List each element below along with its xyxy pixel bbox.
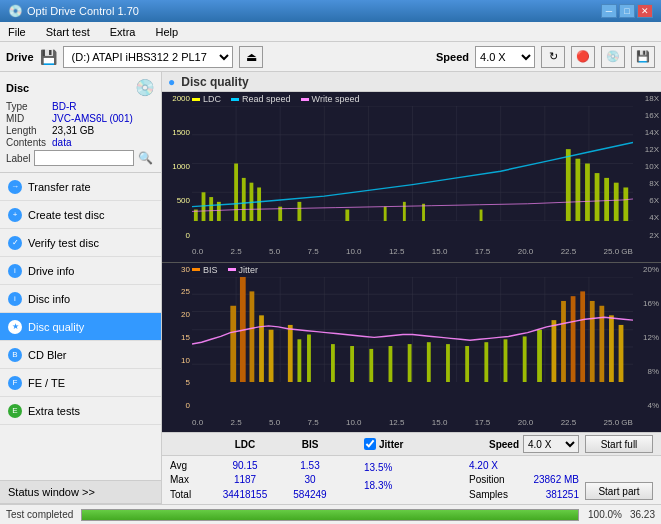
progress-bar-wrap	[81, 509, 579, 521]
svg-rect-63	[389, 346, 393, 382]
y-top-r-12x: 12X	[635, 145, 659, 154]
x-bot-200: 20.0	[518, 418, 534, 427]
speed-stat-dropdown[interactable]: 4.0 X	[523, 435, 579, 453]
x-bot-50: 5.0	[269, 418, 280, 427]
y-bot-25: 25	[164, 287, 190, 296]
svg-rect-70	[523, 336, 527, 382]
x-top-250: 25.0 GB	[604, 247, 633, 256]
y-top-1000: 1000	[164, 162, 190, 171]
app-title: Opti Drive Control 1.70	[27, 5, 139, 17]
eject-button[interactable]: ⏏	[239, 46, 263, 68]
label-row: Label 🔍	[6, 150, 155, 166]
speed-select[interactable]: 4.0 X 2.0 X 8.0 X	[475, 46, 535, 68]
menu-extra[interactable]: Extra	[106, 24, 140, 40]
fe-te-icon: F	[8, 376, 22, 390]
sidebar-item-extra-tests[interactable]: E Extra tests	[0, 397, 161, 425]
menu-start-test[interactable]: Start test	[42, 24, 94, 40]
disc-info-icon: i	[8, 292, 22, 306]
titlebar: 💿 Opti Drive Control 1.70 ─ □ ✕	[0, 0, 661, 22]
max-jitter: 18.3%	[364, 480, 429, 491]
x-bot-100: 10.0	[346, 418, 362, 427]
bis-color	[192, 268, 200, 271]
svg-rect-35	[623, 187, 628, 221]
y-bot-0: 0	[164, 401, 190, 410]
menu-help[interactable]: Help	[151, 24, 182, 40]
y-bot-r-8: 8%	[635, 367, 659, 376]
chart-top-svg	[192, 106, 633, 221]
svg-rect-26	[403, 202, 406, 221]
read-speed-label: Read speed	[242, 94, 291, 104]
sidebar-item-create-test-disc[interactable]: + Create test disc	[0, 201, 161, 229]
status-window-button[interactable]: Status window >>	[0, 480, 161, 504]
svg-rect-21	[257, 187, 261, 221]
drive-info-label: Drive info	[28, 265, 74, 277]
chart-top: LDC Read speed Write speed 2000 1500	[162, 92, 661, 263]
chart-bottom-legend: BIS Jitter	[192, 265, 258, 275]
svg-rect-58	[297, 339, 301, 382]
sidebar-item-disc-info[interactable]: i Disc info	[0, 285, 161, 313]
progress-pct: 100.0%	[587, 509, 622, 520]
start-full-button[interactable]: Start full	[585, 435, 653, 453]
sidebar-item-fe-te[interactable]: F FE / TE	[0, 369, 161, 397]
transfer-rate-icon: →	[8, 180, 22, 194]
y-bot-20: 20	[164, 310, 190, 319]
close-button[interactable]: ✕	[637, 4, 653, 18]
max-label: Max	[170, 474, 210, 485]
disc-quality-icon: ★	[8, 320, 22, 334]
sidebar-item-drive-info[interactable]: i Drive info	[0, 257, 161, 285]
y-top-r-4x: 4X	[635, 213, 659, 222]
charts-area: LDC Read speed Write speed 2000 1500	[162, 92, 661, 432]
minimize-button[interactable]: ─	[601, 4, 617, 18]
menu-file[interactable]: File	[4, 24, 30, 40]
x-bot-125: 12.5	[389, 418, 405, 427]
sidebar-item-cd-bler[interactable]: B CD Bler	[0, 341, 161, 369]
sidebar-item-verify-test-disc[interactable]: ✓ Verify test disc	[0, 229, 161, 257]
svg-rect-19	[242, 178, 246, 221]
y-bot-r-16: 16%	[635, 299, 659, 308]
save-icon-button[interactable]: 💾	[631, 46, 655, 68]
sidebar-item-disc-quality[interactable]: ★ Disc quality	[0, 313, 161, 341]
chart-top-legend: LDC Read speed Write speed	[192, 94, 359, 104]
cd-bler-label: CD Bler	[28, 349, 67, 361]
label-icon-button[interactable]: 🔍	[138, 151, 153, 165]
label-input[interactable]	[34, 150, 134, 166]
x-top-75: 7.5	[307, 247, 318, 256]
y-bot-5: 5	[164, 378, 190, 387]
content-area: ● Disc quality LDC Read speed	[162, 72, 661, 504]
drive-label: Drive	[6, 51, 34, 63]
svg-rect-64	[408, 344, 412, 382]
drive-select[interactable]: (D:) ATAPI iHBS312 2 PL17	[63, 46, 234, 68]
svg-rect-65	[427, 342, 431, 382]
menubar: File Start test Extra Help	[0, 22, 661, 42]
y-bot-10: 10	[164, 356, 190, 365]
chart-bottom-y-right: 20% 16% 12% 8% 4%	[633, 263, 661, 413]
jitter-checkbox-area: Jitter	[364, 438, 403, 450]
svg-rect-75	[580, 291, 585, 382]
position-label: Position	[469, 474, 505, 485]
samples-val: 381251	[546, 489, 579, 500]
cd-bler-icon: B	[8, 348, 22, 362]
svg-rect-67	[465, 346, 469, 382]
svg-rect-31	[585, 164, 590, 222]
burn-icon-button[interactable]: 🔴	[571, 46, 595, 68]
svg-rect-72	[552, 320, 557, 382]
write-speed-color	[301, 98, 309, 101]
sidebar-item-transfer-rate[interactable]: → Transfer rate	[0, 173, 161, 201]
speed-refresh-button[interactable]: ↻	[541, 46, 565, 68]
svg-rect-28	[480, 210, 483, 222]
maximize-button[interactable]: □	[619, 4, 635, 18]
start-part-button[interactable]: Start part	[585, 482, 653, 500]
jitter-checkbox[interactable]	[364, 438, 376, 450]
svg-rect-18	[234, 164, 238, 222]
disc-icon-button[interactable]: 💿	[601, 46, 625, 68]
svg-rect-69	[504, 339, 508, 382]
svg-rect-71	[537, 329, 542, 382]
x-top-50: 5.0	[269, 247, 280, 256]
svg-rect-60	[331, 344, 335, 382]
length-key: Length	[6, 125, 46, 136]
speed-val-label: 4.20 X	[469, 460, 498, 471]
disc-quality-label: Disc quality	[28, 321, 84, 333]
x-bot-250: 25.0 GB	[604, 418, 633, 427]
y-bot-r-4: 4%	[635, 401, 659, 410]
position-val: 23862 MB	[533, 474, 579, 485]
